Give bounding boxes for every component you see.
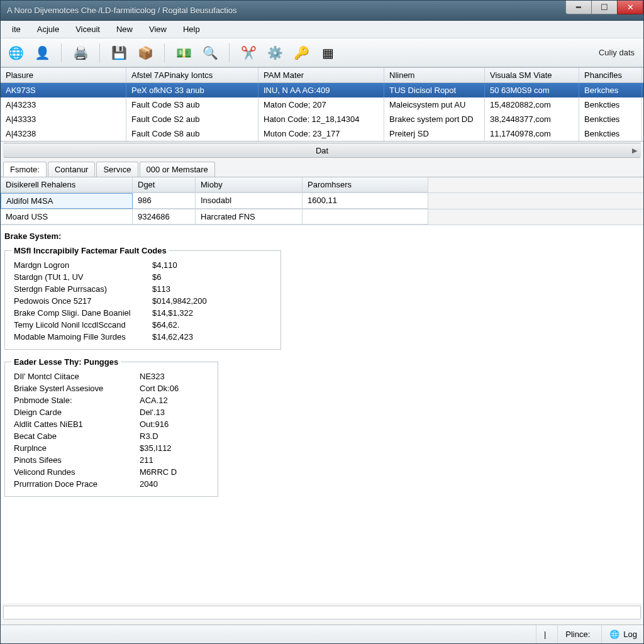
cell: 50 63M0S9 com — [485, 83, 579, 97]
save-icon[interactable]: 💾 — [109, 43, 129, 63]
cell: Muton Code: 23_177 — [258, 126, 384, 141]
kv-label: Briake Systerl Assesiove — [11, 382, 137, 394]
cell: Brakec system port DD — [384, 112, 485, 126]
kv-value: $014,9842,200 — [150, 295, 274, 307]
sub-col-rehalens[interactable]: Disikerell Rehalens — [1, 177, 133, 192]
cell: Moard USS — [1, 209, 133, 225]
fault-codes-group: MSfl Inccrapibily Factemar Fault Codes M… — [4, 246, 281, 350]
cell: Maleicsystem put AU — [384, 97, 485, 112]
table-row[interactable]: A|43333 Fault Code S2 aub Haton Code: 12… — [1, 112, 643, 126]
kv-value: 211 — [137, 454, 211, 466]
tab-memstare[interactable]: 000 or Memstare — [140, 162, 215, 177]
grid-icon[interactable]: ▦ — [318, 43, 338, 63]
toolbar-separator — [164, 43, 165, 62]
bottom-track[interactable] — [3, 606, 641, 619]
kv-label: Aldlit Cattes NiEB1 — [11, 418, 137, 430]
kv-value: Cort Dk:06 — [137, 382, 211, 394]
sub-grid: Disikerell Rehalens Dget Mioby Paromhser… — [1, 177, 643, 225]
cell: 9324686 — [133, 209, 196, 225]
menu-help[interactable]: Help — [175, 22, 208, 36]
cell: Fault Code S2 aub — [126, 112, 258, 126]
toolbar: 🌐 👤 🖨️ 💾 📦 💵 🔍 ✂️ ⚙️ 🔑 ▦ Culiy dats — [1, 38, 643, 67]
cell: TUS Dicisol Ropot — [384, 83, 485, 97]
cell: INU, N AA AG:409 — [258, 83, 384, 97]
col-phancifles[interactable]: Phancifles — [579, 68, 642, 82]
minimize-button[interactable]: ━ — [565, 1, 592, 14]
window-buttons: ━ ☐ ✕ — [566, 1, 643, 20]
key-icon[interactable]: 🔑 — [291, 43, 311, 63]
kv-label: Dleign Carde — [11, 406, 137, 418]
window-title: A Noro Dijvemotces Che·/LD-farmiticolog … — [7, 6, 237, 15]
kv-value: $35,I112 — [137, 442, 211, 454]
menu-new[interactable]: New — [109, 22, 140, 36]
money-icon[interactable]: 💵 — [174, 43, 194, 63]
cell: PeX ofkNG 33 anub — [126, 83, 258, 97]
menu-view[interactable]: View — [142, 22, 174, 36]
kv-label: Velicond Rundes — [11, 466, 137, 478]
table-row[interactable]: A|43233 Fault Code S3 aub Maton Code; 20… — [1, 97, 643, 112]
col-afstel[interactable]: Afstel 7APinaky Iontcs — [126, 68, 258, 82]
kv-label: Stardgn (TUt 1, UV — [11, 271, 150, 283]
col-nlinem[interactable]: Nlinem — [384, 68, 485, 82]
table-row[interactable]: A|43238 Fault Code S8 aub Muton Code: 23… — [1, 126, 643, 141]
kv-value: $64,62. — [150, 319, 274, 331]
col-pam[interactable]: PAM Mater — [258, 68, 384, 82]
kv-list: Mardgn Logron$4,110 Stardgn (TUt 1, UV$6… — [11, 259, 274, 343]
tab-contanur[interactable]: Contanur — [48, 162, 95, 177]
cell: Haton Code: 12_18,14304 — [258, 112, 384, 126]
kv-value: $113 — [150, 283, 274, 295]
col-plasure[interactable]: Plasure — [1, 68, 126, 82]
kv-label: Pedowois Once 5217 — [11, 295, 150, 307]
cell: Fault Code S3 aub — [126, 97, 258, 112]
sub-grid-header: Disikerell Rehalens Dget Mioby Paromhser… — [1, 177, 643, 193]
cell: 1600,11 — [303, 193, 428, 209]
printer-icon[interactable]: 🖨️ — [70, 43, 91, 63]
menu-acjule[interactable]: Acjule — [30, 22, 67, 36]
app-window: A Noro Dijvemotces Che·/LD-farmiticolog … — [0, 0, 644, 644]
kv-label: Mardgn Logron — [11, 259, 150, 271]
close-button[interactable]: ✕ — [617, 1, 643, 14]
maximize-button[interactable]: ☐ — [591, 1, 618, 14]
scissors-icon[interactable]: ✂️ — [238, 43, 258, 63]
menu-viceuit[interactable]: Viceuit — [68, 22, 108, 36]
sub-grid-row[interactable]: Moard USS 9324686 Harcrated FNS — [1, 209, 643, 225]
cell: A|43333 — [1, 112, 126, 126]
sub-col-dget[interactable]: Dget — [133, 177, 196, 192]
cell: Fault Code S8 aub — [126, 126, 258, 141]
dat-bar-label: Dat — [316, 146, 328, 155]
status-log[interactable]: 🌐 Log — [601, 625, 637, 643]
table-row[interactable]: AK973S PeX ofkNG 33 anub INU, N AA AG:40… — [1, 83, 643, 97]
sub-col-mioby[interactable]: Mioby — [196, 177, 303, 192]
globe-icon[interactable]: 🌐 — [6, 43, 26, 63]
kv-value: Del'.13 — [137, 406, 211, 418]
kv-label: Becat Cabe — [11, 430, 137, 442]
toolbar-separator — [61, 43, 62, 62]
cell: Benkcties — [579, 112, 642, 126]
search-icon[interactable]: 🔍 — [200, 43, 220, 63]
grid-body: AK973S PeX ofkNG 33 anub INU, N AA AG:40… — [1, 83, 643, 141]
col-visuala[interactable]: Visuala SM Viate — [485, 68, 579, 82]
kv-value: $14,$1,322 — [150, 307, 274, 319]
toolbar-separator — [229, 43, 230, 62]
menubar: ite Acjule Viceuit New View Help — [1, 21, 643, 38]
pungges-legend: Eader Lesse Thy: Pungges — [11, 357, 121, 367]
kv-label: Sterdgn Fable Purrsacas) — [11, 283, 150, 295]
globe-icon: 🌐 — [609, 630, 619, 639]
box-icon[interactable]: 📦 — [135, 43, 155, 63]
cell: 11,1740978,com — [485, 126, 579, 141]
gear-icon[interactable]: ⚙️ — [265, 43, 285, 63]
titlebar: A Noro Dijvemotces Che·/LD-farmiticolog … — [1, 1, 643, 21]
tab-fsmote[interactable]: Fsmote: — [3, 162, 47, 177]
user-icon[interactable]: 👤 — [32, 43, 52, 63]
menu-ite[interactable]: ite — [4, 22, 28, 36]
sub-grid-row[interactable]: Aldifol M4SA 986 Insodabl 1600,11 — [1, 193, 643, 209]
dat-bar[interactable]: Dat — [3, 143, 641, 158]
cell: Maton Code; 207 — [258, 97, 384, 112]
cell: 15,4820882,com — [485, 97, 579, 112]
sub-col-paromhsers[interactable]: Paromhsers — [303, 177, 428, 192]
tab-service[interactable]: Servıce — [96, 162, 138, 177]
brake-system-title: Brake System: — [1, 225, 643, 243]
cell: Harcrated FNS — [196, 209, 303, 225]
cell: Benkcties — [579, 126, 642, 141]
cell — [303, 209, 428, 225]
